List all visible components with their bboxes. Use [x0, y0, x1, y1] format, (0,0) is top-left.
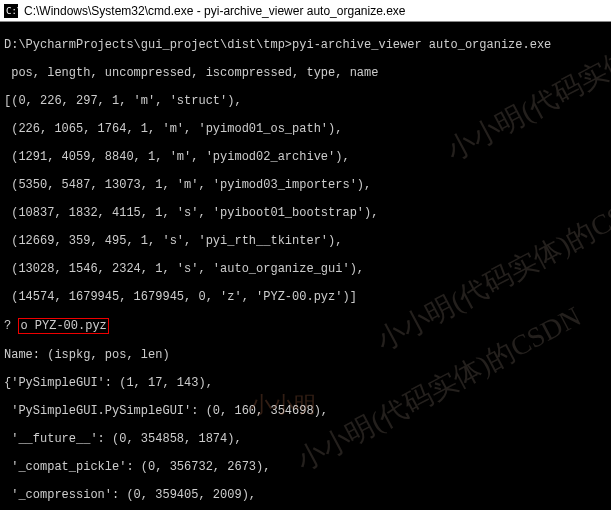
- archive-row: (12669, 359, 495, 1, 's', 'pyi_rth__tkin…: [4, 234, 607, 248]
- archive-row: (13028, 1546, 2324, 1, 's', 'auto_organi…: [4, 262, 607, 276]
- window-titlebar: C:\ C:\Windows\System32\cmd.exe - pyi-ar…: [0, 0, 611, 22]
- command-line: ? o PYZ-00.pyz: [4, 318, 607, 334]
- pkg-row: '__future__': (0, 354858, 1874),: [4, 432, 607, 446]
- pkg-row: {'PySimpleGUI': (1, 17, 143),: [4, 376, 607, 390]
- cmd-icon: C:\: [4, 4, 18, 18]
- archive-row: (5350, 5487, 13073, 1, 'm', 'pyimod03_im…: [4, 178, 607, 192]
- highlight-box: o PYZ-00.pyz: [18, 318, 108, 334]
- prompt-line: D:\PycharmProjects\gui_project\dist\tmp>…: [4, 38, 607, 52]
- terminal-output[interactable]: D:\PycharmProjects\gui_project\dist\tmp>…: [0, 22, 611, 510]
- name-header: Name: (ispkg, pos, len): [4, 348, 607, 362]
- window-title: C:\Windows\System32\cmd.exe - pyi-archiv…: [24, 4, 406, 18]
- archive-row: (14574, 1679945, 1679945, 0, 'z', 'PYZ-0…: [4, 290, 607, 304]
- pkg-row: 'PySimpleGUI.PySimpleGUI': (0, 160, 3546…: [4, 404, 607, 418]
- column-header: pos, length, uncompressed, iscompressed,…: [4, 66, 607, 80]
- pkg-row: '_compat_pickle': (0, 356732, 2673),: [4, 460, 607, 474]
- archive-row: [(0, 226, 297, 1, 'm', 'struct'),: [4, 94, 607, 108]
- archive-row: (226, 1065, 1764, 1, 'm', 'pyimod01_os_p…: [4, 122, 607, 136]
- archive-row: (1291, 4059, 8840, 1, 'm', 'pyimod02_arc…: [4, 150, 607, 164]
- pkg-row: '_compression': (0, 359405, 2009),: [4, 488, 607, 502]
- archive-row: (10837, 1832, 4115, 1, 's', 'pyiboot01_b…: [4, 206, 607, 220]
- svg-text:C:\: C:\: [6, 6, 18, 16]
